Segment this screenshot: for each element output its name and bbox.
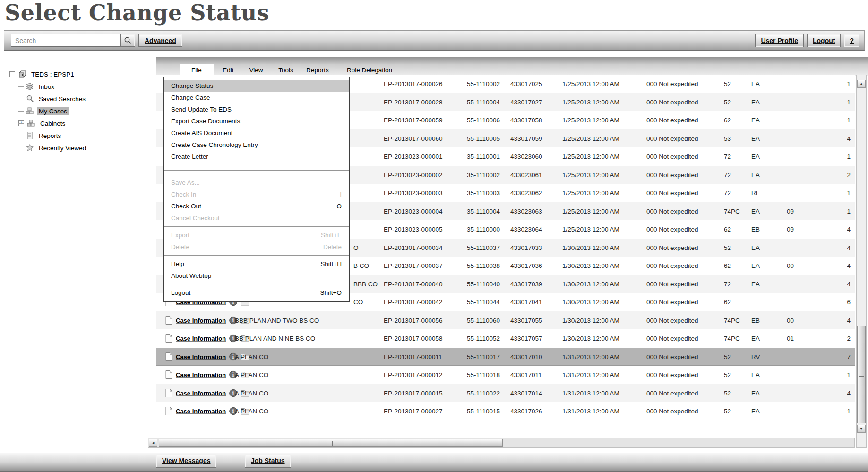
menu-item-create-case-chronology-entry[interactable]: Create Case Chronology Entry <box>164 139 349 151</box>
collapse-expander-icon[interactable]: − <box>9 71 15 77</box>
table-row[interactable]: Case Information i A PLAN COEP-2013017-0… <box>156 384 855 403</box>
sub-code: 09 <box>787 226 794 233</box>
expedite-status: 000 Not expedited <box>646 153 698 160</box>
user-profile-button[interactable]: User Profile <box>755 34 804 47</box>
menu-item-shortcut: I <box>340 191 342 198</box>
expedite-status: 000 Not expedited <box>646 262 698 269</box>
menu-role-delegation[interactable]: Role Delegation <box>341 64 398 76</box>
menu-view[interactable]: View <box>244 64 268 76</box>
menu-item-change-status[interactable]: Change Status <box>164 80 349 92</box>
menu-file[interactable]: File <box>180 64 214 76</box>
expedite-status: 000 Not expedited <box>646 117 698 124</box>
count-value: 1 <box>825 98 851 105</box>
horizontal-scrollbar[interactable]: ◄ <box>148 438 855 448</box>
received-date: 1/25/2013 12:00 AM <box>562 98 619 105</box>
table-row[interactable]: Case Information i A PLAN COEP-2013017-0… <box>156 366 855 384</box>
scroll-up-button[interactable]: ▲ <box>857 80 866 88</box>
menu-item-send-update-to-eds[interactable]: Send Update To EDS <box>164 103 349 115</box>
plan-number: 55-1110040 <box>467 280 500 287</box>
received-date: 1/30/2013 12:00 AM <box>562 317 619 324</box>
case-information-link[interactable]: Case Information <box>176 371 226 378</box>
case-file-number: 433017041 <box>510 299 542 306</box>
company-name: BBB PLAN AND TWO BS CO <box>235 317 319 324</box>
menu-edit[interactable]: Edit <box>216 64 240 76</box>
sub-code: 00 <box>787 262 794 269</box>
vertical-scrollbar[interactable]: ▲ ▼ <box>856 75 867 448</box>
case-information-link[interactable]: Case Information <box>176 335 226 342</box>
menu-item-export-case-documents[interactable]: Export Case Documents <box>164 115 349 127</box>
expedite-status: 000 Not expedited <box>646 389 698 396</box>
application-window: Select Change Status Advanced User Profi… <box>0 0 868 472</box>
sidebar-item-saved-searches[interactable]: Saved Searches <box>18 93 135 105</box>
scroll-left-button[interactable]: ◄ <box>149 439 157 447</box>
job-status-button[interactable]: Job Status <box>245 454 291 468</box>
menu-item-cancel-checkout: Cancel Checkout <box>164 212 349 224</box>
sidebar-item-label[interactable]: Inbox <box>37 83 56 91</box>
case-information-link[interactable]: Case Information <box>176 389 226 396</box>
tree-node-teds-epsp1[interactable]: − TEDS : EPSP1 <box>9 68 135 80</box>
table-row[interactable]: Case Information i BB PLAN AND NINE BS C… <box>156 329 855 348</box>
sidebar-item-label[interactable]: Cabinets <box>39 120 67 128</box>
my-cases-icon <box>25 107 34 115</box>
sidebar-item-label[interactable]: My Cases <box>37 107 69 115</box>
case-file-number: 433023062 <box>510 189 542 197</box>
sidebar-item-label[interactable]: Reports <box>37 132 62 140</box>
sidebar-item-cabinets[interactable]: + Cabinets <box>18 117 135 129</box>
menu-item-label: Check Out <box>171 203 201 210</box>
menu-item-label: Change Case <box>171 94 210 101</box>
menu-item-logout[interactable]: LogoutShift+O <box>164 287 349 299</box>
sidebar-item-recently-viewed[interactable]: Recently Viewed <box>18 142 135 154</box>
sidebar-item-reports[interactable]: Reports <box>18 129 135 142</box>
case-type-code: 52 <box>724 244 731 251</box>
expand-expander-icon[interactable]: + <box>18 120 24 126</box>
menu-item-help[interactable]: HelpShift+H <box>164 258 349 270</box>
case-id: EP-2013023-000003 <box>384 189 443 197</box>
case-file-number: 433017025 <box>510 80 542 87</box>
menu-item-about-webtop[interactable]: About Webtop <box>164 270 349 282</box>
sidebar-item-label[interactable]: Saved Searches <box>37 95 87 103</box>
horizontal-scrollbar-thumb[interactable] <box>159 439 503 447</box>
case-id: EP-2013017-000058 <box>384 335 443 342</box>
plan-number: 55-1110038 <box>467 262 500 269</box>
count-value: 2 <box>825 335 851 342</box>
table-row[interactable]: Case Information i A PLAN COEP-2013017-0… <box>156 402 855 421</box>
count-value: 1 <box>825 189 851 197</box>
search-input[interactable] <box>11 34 120 47</box>
scroll-down-button[interactable]: ▼ <box>857 425 866 433</box>
view-messages-button[interactable]: View Messages <box>156 454 216 468</box>
case-information-link[interactable]: Case Information <box>176 408 226 415</box>
menu-item-create-ais-document[interactable]: Create AIS Document <box>164 127 349 139</box>
help-button[interactable]: ? <box>844 34 859 47</box>
case-id: EP-2013017-000034 <box>384 244 443 251</box>
count-value: 4 <box>825 389 851 396</box>
case-information-link[interactable]: Case Information <box>176 317 226 324</box>
case-file-number: 433017011 <box>510 371 542 378</box>
menu-item-save-as: Save As... <box>164 177 349 189</box>
menu-tools[interactable]: Tools <box>273 64 299 76</box>
expedite-status: 000 Not expedited <box>646 335 698 342</box>
advanced-button[interactable]: Advanced <box>138 34 182 47</box>
case-file-number: 433023060 <box>510 153 542 160</box>
sidebar-item-my-cases[interactable]: My Cases <box>18 105 135 117</box>
content-top-band <box>156 57 868 64</box>
sidebar-item-inbox[interactable]: Inbox <box>18 80 135 93</box>
table-row[interactable]: Case Information i BBB PLAN AND TWO BS C… <box>156 311 855 330</box>
menu-reports[interactable]: Reports <box>301 64 334 76</box>
menu-item-change-case[interactable]: Change Case <box>164 92 349 103</box>
case-type-code: 52 <box>724 98 731 105</box>
sidebar-item-label[interactable]: Recently Viewed <box>37 144 87 152</box>
vertical-scrollbar-thumb[interactable] <box>857 326 866 423</box>
toolbar: Advanced User Profile Logout ? <box>4 30 865 51</box>
table-row[interactable]: Case Information i A PLAN COEP-2013017-0… <box>156 348 855 366</box>
menu-item-check-out[interactable]: Check OutO <box>164 200 349 212</box>
menu-item-create-letter[interactable]: Create Letter <box>164 151 349 163</box>
expedite-status: 000 Not expedited <box>646 226 698 233</box>
received-date: 1/30/2013 12:00 AM <box>562 262 619 269</box>
search-button[interactable] <box>120 34 135 47</box>
menu-item-label: Logout <box>171 289 190 296</box>
logout-button[interactable]: Logout <box>807 34 841 47</box>
tree-node-label[interactable]: TEDS : EPSP1 <box>30 70 76 78</box>
status-code: EA <box>751 389 760 396</box>
case-information-link[interactable]: Case Information <box>176 353 226 360</box>
content-panel: File Edit View Tools Reports Role Delega… <box>139 52 868 453</box>
